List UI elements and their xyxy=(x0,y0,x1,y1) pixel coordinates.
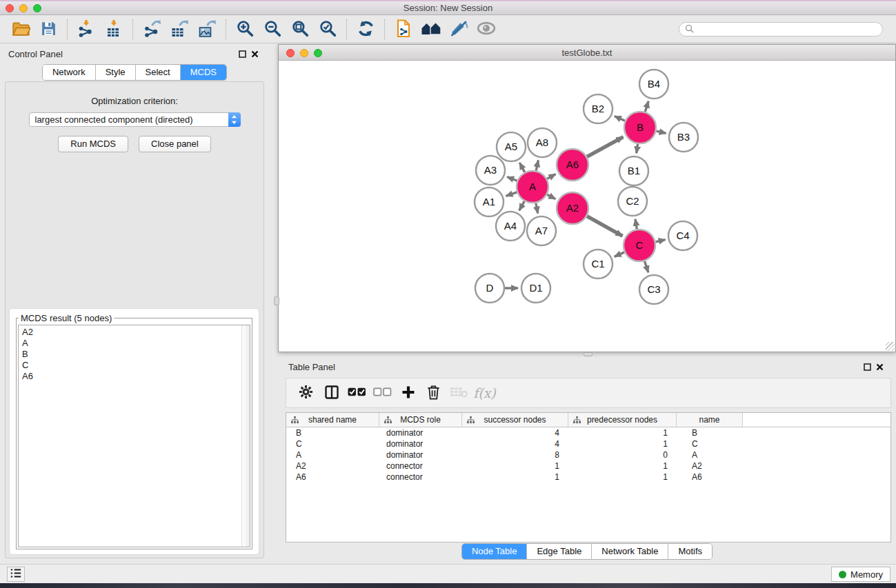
table-row[interactable]: A2connector11A2 xyxy=(286,460,890,472)
search-input[interactable] xyxy=(697,25,877,34)
mcds-result-list[interactable]: A2ABCA6 xyxy=(18,325,250,547)
graph-node-C4[interactable]: C4 xyxy=(668,221,697,250)
edge-A-A3[interactable] xyxy=(507,177,517,181)
column-header-predecessor-nodes[interactable]: predecessor nodes xyxy=(568,413,677,427)
delete-column-button[interactable] xyxy=(421,381,446,405)
graph-node-A4[interactable]: A4 xyxy=(496,212,525,241)
edge-C-C4[interactable] xyxy=(655,240,665,242)
edge-C-C3[interactable] xyxy=(644,261,648,272)
tab-mcds[interactable]: MCDS xyxy=(181,65,226,80)
table-tab-edge-table[interactable]: Edge Table xyxy=(527,544,592,559)
graph-node-A5[interactable]: A5 xyxy=(497,132,526,161)
search-box[interactable] xyxy=(679,22,883,37)
edge-B-B3[interactable] xyxy=(656,131,666,133)
close-panel-icon[interactable] xyxy=(248,48,261,59)
result-list-item[interactable]: A2 xyxy=(19,327,241,338)
close-panel-button[interactable]: Close panel xyxy=(139,136,211,152)
horizontal-splitter-handle[interactable] xyxy=(584,352,593,356)
edge-B-B2[interactable] xyxy=(615,116,625,121)
result-list-item[interactable]: C xyxy=(19,360,241,371)
table-close-panel-icon[interactable] xyxy=(873,361,886,372)
refresh-button[interactable] xyxy=(352,17,379,42)
column-header-successor-nodes[interactable]: successor nodes xyxy=(462,413,568,427)
edge-A-A1[interactable] xyxy=(506,192,517,196)
graph-node-A1[interactable]: A1 xyxy=(475,187,504,216)
graph-node-C1[interactable]: C1 xyxy=(584,250,613,278)
result-list-item[interactable]: A6 xyxy=(19,371,241,382)
resize-grip-icon[interactable] xyxy=(886,342,895,351)
edge-C-C1[interactable] xyxy=(615,252,624,256)
table-tab-motifs[interactable]: Motifs xyxy=(668,544,712,559)
export-image-button[interactable] xyxy=(193,17,221,42)
settings-gear-button[interactable] xyxy=(293,381,319,405)
cybrowser-home-button[interactable] xyxy=(417,17,445,42)
network-canvas[interactable]: AA1A2A3A4A5A6A7A8BB1B2B3B4CC1C2C3C4DD1 xyxy=(279,61,895,352)
zoom-out-button[interactable] xyxy=(259,17,286,42)
edge-A6-B[interactable] xyxy=(587,137,623,157)
graph-node-A3[interactable]: A3 xyxy=(476,156,505,185)
edge-A2-C[interactable] xyxy=(587,216,623,236)
run-mcds-button[interactable]: Run MCDS xyxy=(58,136,128,152)
result-list-item[interactable]: A xyxy=(19,338,241,349)
graph-node-A7[interactable]: A7 xyxy=(527,216,556,245)
column-header-MCDS-role[interactable]: MCDS role xyxy=(379,413,462,427)
zoom-in-button[interactable] xyxy=(231,17,259,42)
edge-C-C2[interactable] xyxy=(635,219,637,230)
result-scrollbar[interactable] xyxy=(241,325,250,547)
edge-B-B1[interactable] xyxy=(637,144,638,154)
graph-node-B4[interactable]: B4 xyxy=(639,70,668,99)
result-list-item[interactable]: B xyxy=(19,349,241,360)
graph-node-A8[interactable]: A8 xyxy=(528,128,557,157)
table-float-panel-icon[interactable] xyxy=(861,361,873,372)
toggle-graphics-details-button[interactable] xyxy=(445,17,472,42)
graph-node-C3[interactable]: C3 xyxy=(639,275,668,304)
table-row[interactable]: Bdominator41B xyxy=(286,427,890,438)
select-all-columns-button[interactable] xyxy=(344,381,370,405)
float-panel-icon[interactable] xyxy=(236,48,248,59)
open-file-button[interactable] xyxy=(7,17,34,42)
memory-button[interactable]: Memory xyxy=(831,567,890,582)
network-window-titlebar[interactable]: testGlobe.txt xyxy=(279,45,895,61)
graph-node-B1[interactable]: B1 xyxy=(619,156,648,185)
table-row[interactable]: A6connector11A6 xyxy=(286,472,890,483)
tab-select[interactable]: Select xyxy=(136,65,181,80)
unselect-all-columns-button[interactable] xyxy=(370,381,395,405)
column-layout-button[interactable] xyxy=(319,381,344,405)
zoom-selected-button[interactable] xyxy=(314,17,341,42)
vertical-splitter-handle[interactable] xyxy=(274,296,279,305)
graph-node-D1[interactable]: D1 xyxy=(521,274,550,303)
new-network-from-selection-button[interactable] xyxy=(390,17,417,42)
graph-node-C2[interactable]: C2 xyxy=(618,187,647,216)
graph-node-C[interactable]: C xyxy=(624,230,655,261)
criterion-dropdown[interactable]: largest connected component (directed) xyxy=(29,112,241,127)
edge-A-A8[interactable] xyxy=(536,160,538,170)
show-hide-eye-button[interactable] xyxy=(472,17,500,42)
tab-style[interactable]: Style xyxy=(96,65,136,80)
tab-network[interactable]: Network xyxy=(43,65,96,80)
column-header-name[interactable]: name xyxy=(677,413,743,427)
table-tab-network-table[interactable]: Network Table xyxy=(592,544,668,559)
export-network-button[interactable] xyxy=(138,17,166,42)
table-row[interactable]: Cdominator41C xyxy=(286,438,890,449)
graph-node-B2[interactable]: B2 xyxy=(584,94,613,123)
table-row[interactable]: Adominator80A xyxy=(286,449,890,460)
graph-node-B[interactable]: B xyxy=(624,112,656,143)
graph-node-B3[interactable]: B3 xyxy=(669,123,698,152)
edge-B-B4[interactable] xyxy=(645,101,648,112)
task-history-button[interactable] xyxy=(7,567,25,582)
edge-A-A5[interactable] xyxy=(519,163,524,172)
edge-A-A7[interactable] xyxy=(536,203,538,214)
graph-node-A[interactable]: A xyxy=(517,171,548,203)
save-session-button[interactable] xyxy=(34,17,62,42)
edge-A-A4[interactable] xyxy=(519,201,525,210)
column-header-shared-name[interactable]: shared name xyxy=(286,413,379,427)
export-table-button[interactable] xyxy=(166,17,193,42)
graph-node-A6[interactable]: A6 xyxy=(557,149,588,181)
edge-A-A2[interactable] xyxy=(547,194,555,199)
graph-node-D[interactable]: D xyxy=(475,274,504,303)
graph-node-A2[interactable]: A2 xyxy=(557,192,588,224)
import-table-button[interactable] xyxy=(100,17,128,42)
zoom-fit-button[interactable] xyxy=(286,17,314,42)
import-network-button[interactable] xyxy=(72,17,100,42)
add-column-button[interactable] xyxy=(395,381,421,405)
